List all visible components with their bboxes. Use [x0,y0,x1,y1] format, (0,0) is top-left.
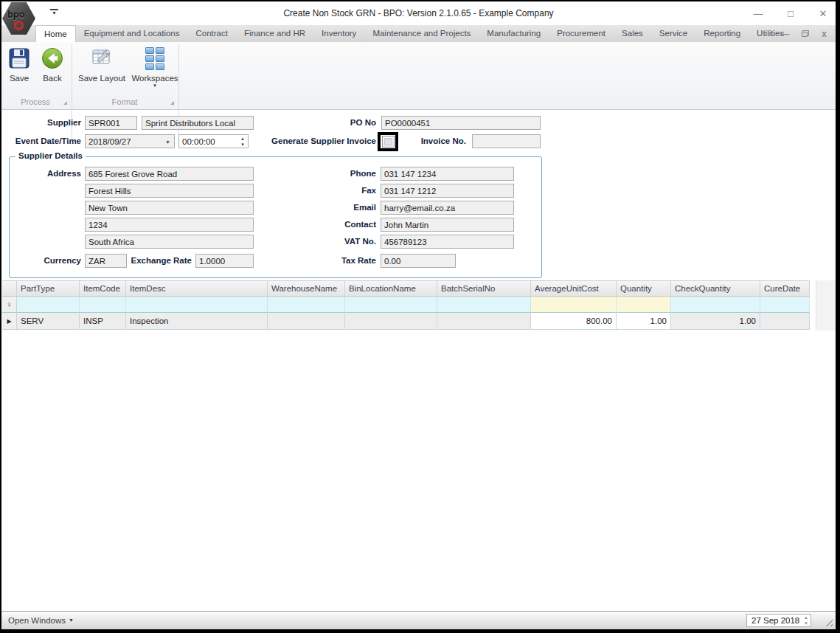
spin-down-icon: ▼ [804,621,808,626]
status-date-field[interactable]: 27 Sep 2018 ▲ ▼ [746,614,811,627]
currency-label: Currency [1,254,81,268]
format-group-launcher-icon[interactable] [170,101,174,105]
generate-invoice-label: Generate Supplier Invoice [261,134,376,148]
grid-cell-itemdesc[interactable]: Inspection [126,313,268,330]
grid-filter-cell-parttype[interactable] [17,297,80,313]
grid-filter-cell-quantity[interactable] [617,297,671,313]
mdi-minimize-icon[interactable]: — [780,29,789,39]
grid-cell-binlocationname[interactable] [345,313,437,330]
column-header-checkquantity[interactable]: CheckQuantity [671,280,760,297]
ribbon-group-process: Process [1,97,69,107]
spin-down-icon: ▼ [240,142,245,147]
time-spinner[interactable]: ▲ ▼ [240,136,245,147]
phone-field[interactable]: 031 147 1234 [381,167,514,181]
supplier-name-field[interactable]: Sprint Distributors Local [142,116,254,130]
column-header-binlocationname[interactable]: BinLocationName [345,280,437,297]
column-header-batchserialno[interactable]: BatchSerialNo [437,280,531,297]
grid-cell-quantity[interactable]: 1.00 [617,313,671,330]
tab-inventory[interactable]: Inventory [313,25,364,42]
grid-filter-cell-checkquantity[interactable] [671,297,760,313]
supplier-code-field[interactable]: SPR001 [85,116,137,130]
vat-no-field[interactable]: 456789123 [381,235,514,249]
fax-field[interactable]: 031 147 1212 [381,184,514,198]
address-line-2-field[interactable]: Forest Hills [85,184,254,198]
address-line-1-field[interactable]: 685 Forest Grove Road [85,167,254,181]
details-right-fields: Phone031 147 1234Fax031 147 1212Emailhar… [282,167,514,249]
tab-maintenance-and-projects[interactable]: Maintenance and Projects [364,25,479,42]
column-header-averageunitcost[interactable]: AverageUnitCost [531,280,617,297]
status-date-spinner[interactable]: ▲ ▼ [804,615,808,626]
ribbon-group-format: Format [73,97,176,107]
row-indicator-icon[interactable]: ▶ [2,313,17,330]
grid-filter-cell-binlocationname[interactable] [345,297,437,313]
workspaces-icon [131,45,179,72]
tax-rate-field[interactable]: 0.00 [381,254,456,268]
grid-cell-batchserialno[interactable] [437,313,531,330]
column-header-curedate[interactable]: CureDate [760,280,810,297]
filter-row-pin-icon[interactable]: ♀ [2,297,17,313]
supplier-details-title: Supplier Details [15,151,86,160]
mdi-restore-icon[interactable] [802,30,809,37]
grid-filter-cell-itemcode[interactable] [80,297,126,313]
tab-reporting[interactable]: Reporting [695,25,749,42]
save-layout-icon [74,45,129,72]
workspaces-button[interactable]: Workspaces ▼ [131,45,179,89]
quick-access-dropdown-icon[interactable]: ▼ [50,9,58,15]
minimize-icon[interactable]: — [752,8,765,19]
column-header-parttype[interactable]: PartType [17,280,80,297]
po-no-field[interactable]: PO0000451 [381,116,541,130]
column-header-itemcode[interactable]: ItemCode [80,280,126,297]
tab-finance-and-hr[interactable]: Finance and HR [236,25,313,42]
grid-filter-cell-itemdesc[interactable] [126,297,268,313]
ribbon-tabs: HomeEquipment and LocationsContractFinan… [35,25,792,42]
open-windows-button[interactable]: Open Windows▼ [8,612,74,629]
resize-grip[interactable] [824,618,833,626]
column-header-warehousename[interactable]: WarehouseName [268,280,345,297]
tab-sales[interactable]: Sales [614,25,651,42]
tab-home[interactable]: Home [35,25,76,43]
back-button[interactable]: Back [36,45,69,83]
address-line-5-field[interactable]: South Africa [85,235,254,249]
email-label: Email [282,201,376,215]
contact-field[interactable]: John Martin [381,218,514,232]
app-logo[interactable]: bpo [2,2,35,35]
maximize-icon[interactable]: □ [784,8,797,19]
grid-cell-parttype[interactable]: SERV [17,313,80,330]
address-line-4-field[interactable]: 1234 [85,218,254,232]
checkbox-unchecked [382,136,395,148]
grid-cell-curedate[interactable] [760,313,810,330]
grid-cell-warehousename[interactable] [268,313,345,330]
tab-procurement[interactable]: Procurement [549,25,614,42]
column-header-itemdesc[interactable]: ItemDesc [126,280,268,297]
address-line-3-field[interactable]: New Town [85,201,254,215]
invoice-no-field[interactable] [472,134,541,148]
column-header-quantity[interactable]: Quantity [617,280,671,297]
grid-cell-averageunitcost[interactable]: 800.00 [531,313,617,330]
grid-select-all[interactable] [2,280,17,297]
event-time-field[interactable]: 00:00:00 ▲ ▼ [178,134,249,148]
mdi-close-icon[interactable]: x [822,29,827,39]
ribbon-content: Save Back [1,42,836,110]
tab-manufacturing[interactable]: Manufacturing [479,25,549,42]
currency-field[interactable]: ZAR [85,254,127,268]
grid-cell-itemcode[interactable]: INSP [80,313,126,330]
date-dropdown-icon[interactable]: ▼ [165,139,170,145]
event-date-field[interactable]: 2018/09/27 ▼ [85,134,175,148]
tab-service[interactable]: Service [651,25,695,42]
close-icon[interactable]: ✕ [816,8,830,19]
grid-cell-checkquantity[interactable]: 1.00 [671,313,760,330]
grid-filter-cell-averageunitcost[interactable] [531,297,617,313]
save-layout-button[interactable]: Save Layout [74,45,129,83]
tab-equipment-and-locations[interactable]: Equipment and Locations [76,25,188,42]
grid-filter-cell-curedate[interactable] [760,297,810,313]
generate-supplier-invoice-checkbox[interactable] [378,132,398,151]
table-row: ▶SERVINSPInspection800.001.001.00 [2,313,810,330]
email-field[interactable]: harry@email.co.za [381,201,514,215]
grid-filter-cell-batchserialno[interactable] [437,297,531,313]
back-icon [36,45,69,72]
save-button[interactable]: Save [3,45,35,83]
grid-filter-cell-warehousename[interactable] [268,297,345,313]
exchange-rate-field[interactable]: 1.0000 [195,254,254,268]
process-group-launcher-icon[interactable] [63,101,67,105]
tab-contract[interactable]: Contract [187,25,235,42]
